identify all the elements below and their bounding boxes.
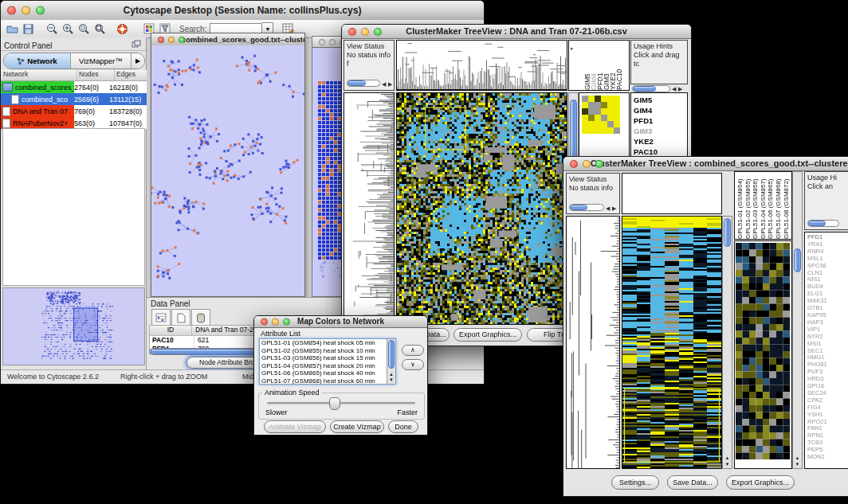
minimize-button[interactable] [168, 37, 175, 43]
heatmap-column-label[interactable]: GPL51-02 (GSM855) [744, 172, 752, 239]
treeview1-column-dendrogram[interactable] [396, 40, 567, 91]
gene-label[interactable]: RPN1 [807, 432, 848, 440]
export-graphics-button[interactable]: Export Graphics... [453, 328, 522, 342]
select-attributes-icon[interactable] [151, 309, 171, 326]
float-panel-icon[interactable] [128, 37, 144, 50]
gene-label[interactable]: YRA1 [807, 241, 848, 248]
zoom-out-icon[interactable] [44, 21, 60, 36]
close-button[interactable] [348, 28, 356, 36]
heatmap-column-label[interactable]: GPL51-01 (GSM854) [736, 172, 744, 239]
export-graphics-button[interactable]: Export Graphics... [726, 475, 795, 490]
gene-label[interactable]: NIS1 [807, 276, 848, 283]
network-table-header[interactable]: Network Nodes Edges [1, 70, 147, 81]
zoom-button[interactable] [374, 28, 382, 36]
minimize-button[interactable] [361, 28, 369, 36]
minimize-button[interactable] [22, 6, 30, 15]
zoom-button[interactable] [283, 318, 290, 326]
gene-label[interactable]: KAP95 [807, 312, 848, 319]
move-up-button[interactable]: ∧ [402, 345, 424, 356]
network-frame-1-titlebar[interactable]: combined_scores_good.txt--cluste... [151, 33, 304, 46]
heatmap-column-label[interactable]: GIM5 [583, 42, 590, 90]
birdseye-view[interactable] [2, 287, 145, 365]
tab-overflow-arrow[interactable]: ▶ [132, 53, 144, 68]
close-button[interactable] [7, 6, 16, 15]
treeview2-heatmap[interactable] [622, 216, 722, 469]
delete-attribute-icon[interactable] [191, 309, 210, 326]
gene-label[interactable]: GIM4 [634, 105, 687, 115]
close-button[interactable] [158, 37, 164, 43]
treeview2-zoomview[interactable] [734, 240, 792, 469]
gene-label[interactable]: YSH1 [807, 412, 848, 419]
tab-network[interactable]: Network [4, 53, 71, 68]
gene-label[interactable]: GPI16 [807, 383, 848, 390]
heatmap-column-label[interactable]: GPL51-08 (GSM872) [783, 172, 791, 239]
close-button[interactable] [261, 318, 268, 326]
main-title-bar[interactable]: Cytoscape Desktop (Session Name: collins… [1, 1, 484, 21]
gene-label[interactable]: MSL1 [807, 256, 848, 263]
network-table-row[interactable]: DNA and Tran 07 769(0) 183728(0) [1, 105, 147, 117]
attribute-list-item[interactable]: GPL51-01 (GSM854) heat shock 05 min [260, 339, 386, 347]
gene-label[interactable]: HAP3 [807, 319, 848, 326]
heatmap-column-label[interactable]: PFD1 [596, 42, 603, 90]
minimize-button[interactable] [583, 160, 591, 168]
gene-label[interactable]: RNR4 [807, 248, 848, 256]
gene-label[interactable]: VIP1 [807, 326, 848, 334]
gene-label[interactable]: NTR2 [807, 334, 848, 341]
treeview2-zoom-vscrollbar[interactable] [792, 171, 803, 469]
gene-label[interactable]: MON2 [807, 454, 848, 461]
gene-label[interactable]: CPA2 [807, 397, 848, 404]
gene-label[interactable]: BUD4 [807, 283, 848, 291]
gene-label[interactable]: RPO21 [807, 419, 848, 426]
attribute-list-item[interactable]: GPL51-03 (GSM856) heat shock 15 min [260, 354, 386, 362]
zoom-in-icon[interactable] [60, 21, 76, 36]
treeview2-vscrollbar[interactable] [722, 216, 732, 469]
heatmap-column-label[interactable]: PAC10 [615, 42, 622, 90]
treeview1-titlebar[interactable]: ClusterMaker TreeView : DNA and Tran 07-… [342, 25, 691, 39]
speed-slider-track[interactable] [267, 402, 415, 404]
close-button[interactable] [319, 39, 325, 45]
gene-label[interactable]: YKE2 [634, 136, 687, 147]
gene-label[interactable]: CLN1 [807, 270, 848, 277]
done-button[interactable]: Done [388, 420, 418, 433]
view-status-hscrollbar[interactable] [569, 204, 604, 211]
speed-slider-thumb[interactable] [329, 397, 340, 410]
heatmap-column-label[interactable]: GPL51-04 (GSM857) [760, 172, 768, 239]
network-table-row[interactable]: RNAPuberNov2+ 563(0) 107847(0) [1, 117, 147, 129]
attribute-list-item[interactable]: GPL51-06 (GSM865) heat shock 40 min [260, 369, 386, 377]
gene-label[interactable]: MSI1 [807, 341, 848, 348]
gene-label[interactable]: PFD1 [807, 234, 848, 241]
attribute-list-item[interactable]: GPL51-07 (GSM868) heat shock 60 min [260, 377, 386, 385]
zoom-button[interactable] [179, 37, 185, 43]
gene-label[interactable]: SEC1 [807, 348, 848, 355]
network-table-row[interactable]: combined_scores_ 2764(0) 16218(0) [1, 81, 147, 93]
zoom-selected-icon[interactable] [76, 21, 92, 36]
attribute-list-item[interactable]: GPL51-02 (GSM855) heat shock 10 min [260, 347, 386, 355]
gene-label[interactable]: ELG1 [807, 291, 848, 298]
gene-label[interactable]: GTB1 [807, 305, 848, 312]
usage-hints-hscrollbar[interactable] [807, 220, 839, 227]
column-header-id[interactable]: ID [150, 326, 192, 335]
save-icon[interactable] [20, 21, 36, 36]
new-attribute-icon[interactable] [171, 309, 190, 326]
gene-label[interactable]: GIM5 [634, 95, 687, 105]
animate-vizmap-button[interactable]: Animate Vizmap [264, 420, 326, 433]
dialog-titlebar[interactable]: Map Colors to Network [254, 316, 427, 328]
attribute-list-item[interactable]: GPL51-04 (GSM857) heat shock 20 min [260, 362, 386, 370]
heatmap-column-label[interactable]: GIM4 [590, 42, 596, 90]
heatmap-column-label[interactable]: GIM3 [603, 42, 609, 90]
gene-label[interactable]: PUF3 [807, 369, 848, 376]
minimize-button[interactable] [329, 39, 336, 45]
gene-label[interactable]: GIM3 [634, 126, 687, 136]
treeview1-row-dendrogram[interactable] [344, 92, 395, 325]
treeview1-genelist-hscrollbar[interactable] [632, 85, 670, 92]
heatmap-column-label[interactable]: YKE2 [609, 42, 615, 90]
close-button[interactable] [570, 160, 578, 168]
gene-label[interactable]: PAN1 [807, 425, 848, 432]
help-icon[interactable] [114, 21, 130, 36]
gene-label[interactable]: HRD3 [807, 376, 848, 383]
open-file-icon[interactable] [4, 21, 20, 36]
scroll-arrow-icon[interactable]: ▸ [571, 45, 574, 52]
treeview1-heatmap[interactable] [396, 92, 567, 325]
move-down-button[interactable]: ∨ [402, 359, 424, 370]
tab-vizmapper[interactable]: VizMapper™ [71, 53, 132, 68]
